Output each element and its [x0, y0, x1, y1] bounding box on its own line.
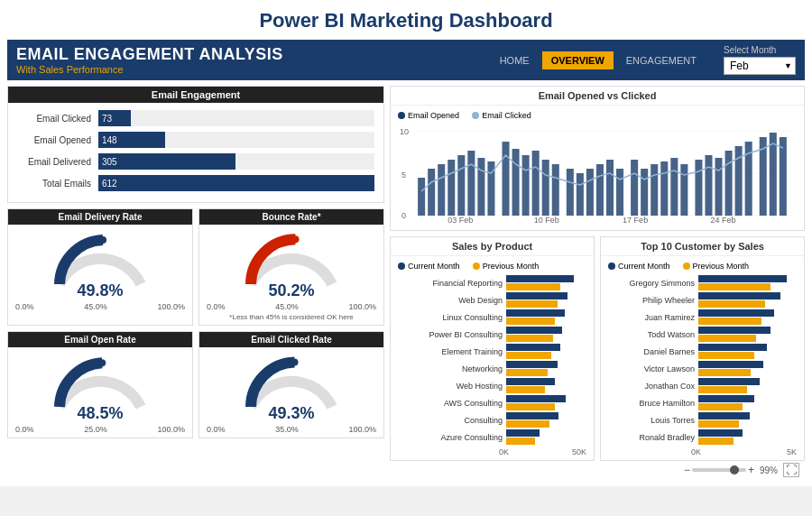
fullscreen-icon[interactable]: ⛶ [783, 463, 799, 477]
open-rate-min: 0.0% [15, 425, 34, 434]
zoom-track[interactable] [692, 468, 746, 472]
svg-rect-10 [418, 178, 425, 216]
svg-point-1 [292, 235, 300, 243]
legend-label-clicked: Email Clicked [482, 111, 531, 120]
customer-row: Ronald Bradley [608, 428, 797, 446]
product-bar-previous [506, 300, 557, 308]
svg-rect-12 [438, 164, 445, 216]
product-label: Element Training [403, 347, 503, 356]
header-title-block: EMAIL ENGAGEMENT ANALYSIS With Sales Per… [16, 45, 482, 75]
product-bar-previous [506, 420, 549, 428]
customers-legend: Current Month Previous Month [608, 262, 797, 271]
header-bar: EMAIL ENGAGEMENT ANALYSIS With Sales Per… [7, 40, 805, 80]
customer-bars [698, 378, 791, 393]
nav-tab-engagement[interactable]: ENGAGEMENT [617, 51, 706, 69]
nav-tabs: HOME OVERVIEW ENGAGEMENT [491, 51, 706, 69]
customer-label: Jonathan Cox [614, 382, 695, 391]
product-row: Azure Consulting [398, 428, 586, 446]
email-engagement-panel: Email Engagement Email Clicked 73 Email … [7, 86, 384, 203]
bar-fill-delivered: 305 [98, 153, 235, 170]
svg-text:5: 5 [401, 170, 406, 180]
customer-label: Ronald Bradley [614, 433, 695, 442]
delivery-rate-title: Email Delivery Rate [8, 209, 192, 225]
legend-dot-clicked [472, 112, 479, 119]
product-row: Power BI Consulting [398, 326, 586, 343]
svg-rect-32 [651, 164, 658, 216]
customer-label: Louis Torres [614, 416, 695, 425]
customer-bar-previous [698, 420, 739, 428]
customers-legend-current: Current Month [608, 262, 670, 271]
bottom-row: Sales by Product Current Month Previous … [390, 236, 805, 461]
customer-bars [698, 412, 791, 428]
open-rate-panel: Email Open Rate 48.5% 0.0% 25.0% 100.0% [7, 331, 193, 438]
open-rate-labels: 0.0% 25.0% 100.0% [12, 425, 189, 434]
clicked-rate-panel: Email Clicked Rate 49.3% 0.0% 35.0% 100.… [198, 331, 384, 438]
sales-dot-current [398, 263, 405, 270]
clicked-rate-max: 100.0% [349, 425, 377, 434]
customer-bar-previous [698, 318, 761, 325]
customer-bars [698, 361, 791, 376]
customer-label: Daniel Barnes [614, 347, 695, 356]
sales-legend-current: Current Month [398, 262, 460, 271]
combo-chart-svg: 10 5 0 [398, 124, 797, 223]
customers-x-labels: 0K 5K [608, 447, 797, 456]
top-customers-panel: Top 10 Customer by Sales Current Month P… [600, 236, 805, 461]
nav-tab-overview[interactable]: OVERVIEW [542, 51, 614, 69]
customer-row: Louis Torres [608, 411, 797, 428]
customer-label: Victor Lawson [614, 364, 695, 373]
customer-row: Victor Lawson [608, 360, 797, 377]
left-panel: Email Engagement Email Clicked 73 Email … [7, 86, 384, 461]
bar-track-delivered: 305 [98, 153, 374, 170]
svg-rect-33 [660, 161, 668, 216]
customer-label: Philip Wheeler [614, 296, 695, 305]
customers-dot-current [608, 263, 615, 270]
customer-bar-current [698, 412, 750, 419]
customers-legend-previous: Previous Month [683, 262, 750, 271]
customer-label: Juan Ramirez [614, 313, 695, 322]
zoom-plus-icon[interactable]: + [748, 464, 754, 476]
customer-bar-current [698, 395, 754, 402]
product-bars [506, 412, 581, 428]
zoom-minus-icon[interactable]: − [684, 464, 690, 476]
product-bar-current [506, 275, 574, 282]
bounce-rate-mid: 45.0% [275, 302, 299, 311]
customer-bars [698, 429, 791, 445]
zoom-thumb[interactable] [730, 465, 739, 475]
customer-bar-current [698, 275, 787, 282]
product-bars [506, 429, 581, 445]
svg-text:03 Feb: 03 Feb [448, 216, 473, 223]
customer-row: Jonathan Cox [608, 377, 797, 394]
product-bars [506, 395, 581, 410]
legend-label-opened: Email Opened [408, 111, 459, 120]
product-bar-previous [506, 386, 545, 393]
customer-row: Juan Ramirez [608, 309, 797, 326]
customer-row: Todd Watson [608, 326, 797, 343]
svg-text:10: 10 [400, 127, 409, 136]
delivery-rate-mid: 45.0% [84, 302, 107, 311]
product-bar-current [506, 429, 540, 437]
customer-bar-previous [698, 386, 747, 393]
delivery-rate-labels: 0.0% 45.0% 100.0% [12, 302, 189, 311]
product-bars [506, 327, 581, 342]
product-label: Web Hosting [403, 382, 503, 391]
product-bars [506, 378, 581, 393]
customer-bars [698, 275, 791, 290]
svg-rect-15 [467, 151, 475, 216]
svg-rect-11 [428, 169, 435, 216]
customer-bar-previous [698, 352, 754, 359]
nav-tab-home[interactable]: HOME [491, 51, 539, 69]
clicked-rate-content: 49.3% 0.0% 35.0% 100.0% [199, 347, 383, 438]
customer-bars [698, 344, 791, 359]
sales-x-label-0: 0K [499, 447, 509, 456]
bounce-rate-max: 100.0% [349, 302, 377, 311]
bar-value-delivered: 305 [98, 157, 117, 167]
customer-bar-current [698, 309, 774, 317]
product-row: Web Design [398, 291, 586, 309]
product-bar-current [506, 309, 565, 317]
product-bar-current [506, 327, 562, 334]
bar-fill-opened: 148 [98, 132, 165, 148]
legend-item-clicked: Email Clicked [472, 111, 531, 120]
select-month-dropdown[interactable]: Feb Jan Mar [724, 57, 796, 75]
product-bar-current [506, 378, 555, 385]
bar-label-total: Total Emails [17, 179, 98, 189]
